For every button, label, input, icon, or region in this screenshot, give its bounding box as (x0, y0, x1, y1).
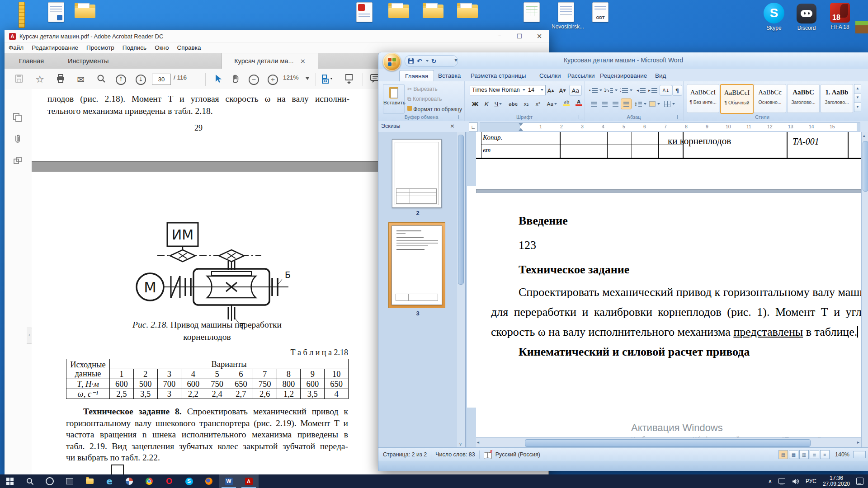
view-fullscreen-icon[interactable]: ▦ (789, 450, 798, 459)
document-page[interactable]: Копир. вт ки корнеплодов ТА-001 Введение… (476, 132, 861, 437)
desktop-icon-folder3[interactable] (419, 3, 448, 18)
style-card-normal[interactable]: AaBbCcI ¶ Обычный (720, 84, 754, 114)
menu-view[interactable]: Просмотр (82, 44, 118, 51)
highlight-button[interactable]: ab (560, 98, 573, 108)
save-icon[interactable] (408, 58, 414, 64)
taskbar-word-active[interactable]: W (219, 474, 239, 488)
tab-document[interactable]: Курсач детали ма... × (222, 53, 318, 69)
grow-font-button[interactable]: A▲ (545, 85, 557, 96)
menu-help[interactable]: Справка (173, 44, 205, 51)
zoom-out-icon[interactable]: − (249, 75, 259, 85)
style-card-heading1[interactable]: AaBbC Заголово... (787, 84, 820, 113)
desktop-icon-document1[interactable] (42, 2, 71, 22)
taskbar-app-ball[interactable] (119, 474, 139, 488)
align-right-button[interactable] (610, 99, 621, 109)
strikethrough-button[interactable]: abc (506, 99, 520, 109)
gallery-more-button[interactable]: ▼ (854, 103, 861, 112)
menu-window[interactable]: Окно (151, 44, 173, 51)
language-indicator[interactable]: РУС (806, 478, 816, 484)
taskbar-chrome[interactable] (139, 474, 159, 488)
desktop-icon-spreadsheet[interactable] (517, 2, 546, 22)
undo-icon[interactable]: ↶ (417, 57, 422, 65)
view-web-icon[interactable]: ▥ (799, 450, 809, 459)
close-button[interactable]: × (529, 32, 549, 40)
vertical-scrollbar[interactable]: ▴ (861, 132, 868, 447)
page-scrolling-icon[interactable] (344, 74, 354, 85)
email-icon[interactable]: ✉ (75, 74, 86, 85)
search-icon[interactable] (96, 74, 107, 85)
volume-icon[interactable] (792, 479, 799, 484)
tab-review[interactable]: Рецензирование (594, 70, 652, 81)
decrease-indent-button[interactable]: ◂ (635, 85, 647, 96)
zoom-in-icon[interactable]: + (268, 75, 278, 85)
scroll-right-icon[interactable]: ▸ (857, 440, 859, 445)
view-print-layout-icon[interactable]: ▤ (778, 450, 788, 459)
clear-formatting-button[interactable]: Аа (569, 85, 582, 96)
scrollbar-thumb[interactable] (458, 135, 464, 285)
taskbar-acrobat-active[interactable]: A (239, 474, 259, 488)
select-cursor-icon[interactable] (212, 74, 223, 85)
show-marks-button[interactable]: ¶ (672, 85, 682, 96)
cortana-button[interactable] (40, 474, 60, 488)
change-styles-button[interactable]: A Изме сти... (863, 85, 868, 107)
horizontal-ruler[interactable]: 1 2 3 4 5 6 7 8 9 10 11 12 13 14 15 (480, 122, 860, 131)
taskbar-explorer[interactable] (80, 474, 99, 488)
multilevel-list-button[interactable]: ⁚ (619, 85, 633, 96)
bold-button[interactable]: Ж (470, 99, 481, 109)
scroll-up-icon[interactable]: ▴ (863, 133, 865, 138)
desktop-icon-discord[interactable]: Discord (792, 4, 821, 31)
tray-chevron-up-icon[interactable]: ∧ (768, 478, 772, 484)
taskbar-search-button[interactable] (20, 474, 40, 488)
gallery-down-button[interactable]: ▼ (854, 94, 861, 103)
status-page[interactable]: Страница: 2 из 2 (383, 451, 427, 458)
task-view-button[interactable] (60, 474, 80, 488)
desktop-icon-grass-block[interactable] (855, 21, 868, 33)
bullets-button[interactable]: • (588, 85, 603, 96)
hand-tool-icon[interactable] (230, 74, 241, 85)
scroll-down-icon[interactable]: ∨ (457, 442, 464, 446)
font-size-combo[interactable]: 14 (526, 85, 546, 95)
zoom-slider-fragment[interactable] (853, 451, 866, 458)
indent-marker[interactable] (519, 123, 523, 126)
dialog-launcher-icon[interactable] (458, 115, 463, 119)
borders-button[interactable] (662, 99, 677, 109)
menu-file[interactable]: Файл (5, 44, 28, 51)
taskbar-opera[interactable]: O (159, 474, 179, 488)
taskbar-firefox[interactable] (199, 474, 219, 488)
tab-view[interactable]: Вид (650, 70, 671, 81)
page-thumbnails-icon[interactable] (13, 113, 24, 123)
model-tree-icon[interactable] (13, 156, 24, 167)
zoom-value[interactable]: 140% (835, 451, 849, 458)
page-down-icon[interactable]: ↓ (136, 75, 146, 85)
menu-sign[interactable]: Подпись (118, 44, 151, 51)
horizontal-scrollbar[interactable]: ◂ ▸ (476, 437, 861, 448)
action-center-icon[interactable] (856, 478, 863, 485)
taskbar-skype[interactable]: S (179, 474, 199, 488)
cut-button[interactable]: ✂ Вырезать (407, 86, 438, 92)
undo-dropdown-icon[interactable] (426, 60, 429, 62)
taskbar-clock[interactable]: 17:36 27.09.2020 (823, 475, 850, 487)
format-painter-button[interactable]: Формат по образцу (407, 106, 462, 113)
change-case-button[interactable]: Aa (545, 99, 559, 109)
indent-marker[interactable] (519, 128, 523, 131)
desktop-icon-folder1[interactable] (71, 3, 99, 18)
tab-stop-selector[interactable]: ∟ (469, 122, 478, 131)
shrink-font-button[interactable]: A▼ (557, 85, 568, 96)
desktop-icon-folder4[interactable] (453, 3, 482, 18)
attachments-icon[interactable] (13, 134, 24, 145)
taskbar-edge[interactable]: e (99, 474, 119, 488)
italic-button[interactable]: К (481, 99, 491, 109)
desktop-icon-odt[interactable]: ODT (586, 2, 615, 22)
tab-page-layout[interactable]: Разметка страницы (465, 70, 531, 81)
page-up-icon[interactable]: ↑ (116, 75, 126, 85)
star-icon[interactable]: ☆ (34, 74, 45, 85)
desktop-icon-folder2[interactable] (384, 3, 413, 18)
subscript-button[interactable]: x₂ (520, 99, 532, 109)
style-card-heading2[interactable]: 1. AaBb Заголово... (821, 84, 853, 113)
scrollbar-thumb[interactable] (525, 439, 811, 447)
redo-icon[interactable]: ↻ (431, 57, 437, 65)
style-card-body[interactable]: AaBbCc Основно... (754, 84, 786, 113)
dialog-launcher-icon[interactable] (677, 115, 682, 119)
fit-width-icon[interactable] (321, 74, 335, 85)
scroll-left-icon[interactable]: ◂ (477, 440, 479, 445)
